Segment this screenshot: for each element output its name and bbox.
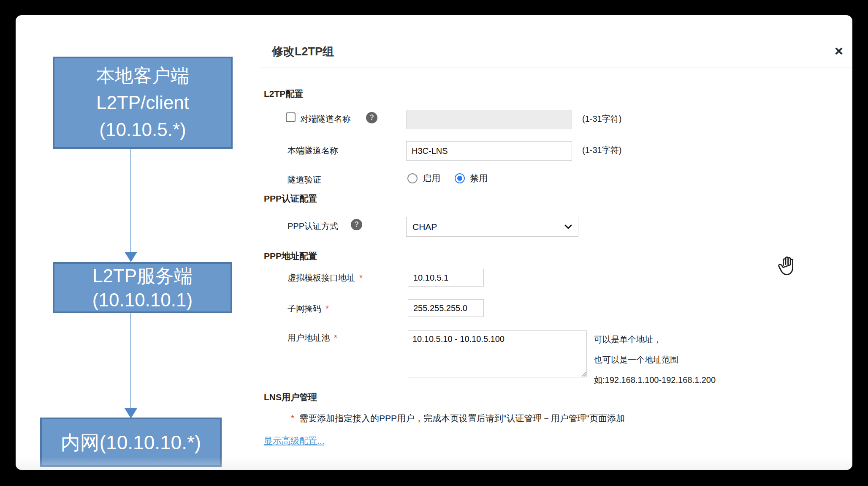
section-l2tp-config: L2TP配置 [264,88,303,100]
diagram-box-l2tp-server: L2TP服务端 (10.10.10.1) [53,262,232,313]
peer-tunnel-checkbox[interactable] [286,112,296,122]
vt-if-addr-label: 虚拟模板接口地址* [288,272,363,284]
user-pool-label: 用户地址池* [288,332,337,344]
required-mark: * [326,304,329,313]
lns-note: 需要添加指定接入的PPP用户，完成本页设置后请到"认证管理－用户管理"页面添加 [299,412,625,424]
arrow-line [130,313,131,411]
radio-disable-label: 禁用 [470,172,488,184]
screen: 本地客户端 L2TP/client (10.10.5.*) L2TP服务端 (1… [0,0,868,486]
dialog-title: 修改L2TP组 [272,44,334,59]
arrow-down-icon [125,252,137,262]
user-pool-hint-3: 如:192.168.1.100-192.168.1.200 [594,374,716,386]
select-value: CHAP [412,222,437,232]
section-ppp-auth: PPP认证配置 [264,193,317,205]
local-tunnel-label: 本端隧道名称 [288,145,338,156]
header-divider [260,68,852,68]
subnet-mask-label: 子网掩码* [288,303,329,314]
required-mark: * [334,333,337,342]
resize-grip-icon[interactable] [580,371,586,379]
peer-tunnel-label: 对端隧道名称 [300,113,351,125]
dialog-footer [16,457,852,470]
diagram-text: (10.10.10.1) [54,288,231,312]
tunnel-auth-radio-group: 启用 禁用 [407,172,502,184]
radio-enable-label: 启用 [423,172,440,184]
chevron-down-icon [564,224,572,229]
local-tunnel-hint: (1-31字符) [582,145,621,156]
user-pool-hint-2: 也可以是一个地址范围 [594,354,678,366]
diagram-text: (10.10.5.*) [54,116,231,143]
peer-tunnel-input[interactable] [406,110,572,129]
subnet-mask-input[interactable] [408,299,484,317]
diagram-text: 本地客户端 [54,62,231,89]
vt-if-addr-input[interactable] [408,269,484,287]
peer-tunnel-hint: (1-31字符) [582,113,621,125]
ppp-auth-mode-select[interactable]: CHAP [406,217,578,237]
diagram-text: L2TP/client [54,89,231,116]
required-mark: * [291,413,294,423]
radio-enable[interactable] [407,173,418,183]
hand-cursor-icon [776,254,798,278]
arrow-line [130,149,131,257]
user-pool-textarea[interactable]: 10.10.5.10 - 10.10.5.100 [408,330,587,377]
arrow-down-icon [125,408,137,418]
radio-disable[interactable] [455,173,465,183]
help-icon[interactable]: ? [366,112,377,123]
help-icon[interactable]: ? [351,219,362,230]
section-ppp-addr: PPP地址配置 [264,250,317,262]
required-mark: * [359,273,363,282]
ppp-auth-mode-label: PPP认证方式 [288,221,338,232]
diagram-box-local-client: 本地客户端 L2TP/client (10.10.5.*) [53,57,233,149]
tunnel-auth-label: 隧道验证 [288,174,321,186]
l2tp-group-dialog: 本地客户端 L2TP/client (10.10.5.*) L2TP服务端 (1… [16,15,852,470]
diagram-text: L2TP服务端 [54,264,231,288]
local-tunnel-input[interactable] [406,141,572,161]
show-advanced-link[interactable]: 显示高级配置... [264,435,325,447]
section-lns: LNS用户管理 [264,391,317,403]
user-pool-hint-1: 可以是单个地址， [594,334,662,345]
close-icon[interactable]: × [830,41,848,60]
